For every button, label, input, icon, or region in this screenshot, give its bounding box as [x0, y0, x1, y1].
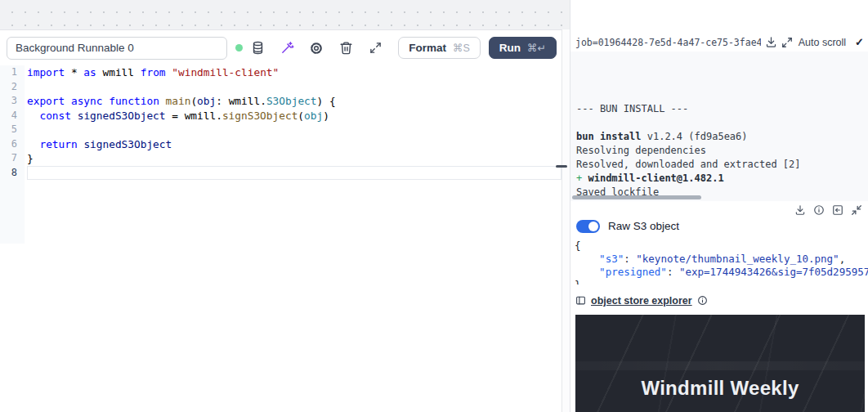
- format-button[interactable]: Format ⌘S: [398, 37, 481, 59]
- result-toolbar: [570, 201, 868, 216]
- trash-icon[interactable]: [331, 37, 360, 60]
- raw-s3-toggle-row: Raw S3 object: [570, 216, 868, 233]
- run-button[interactable]: Run ⌘↵: [489, 37, 557, 59]
- line-number: 7: [0, 151, 25, 166]
- log-line: [576, 116, 861, 130]
- info-icon[interactable]: [813, 204, 825, 216]
- line-number: 2: [0, 80, 25, 95]
- maximize-logs-icon[interactable]: [781, 37, 793, 48]
- log-line: + windmill-client@1.482.1: [576, 172, 861, 186]
- download-logs-icon[interactable]: [765, 36, 777, 48]
- panel-gap: [562, 29, 570, 412]
- line-number: 6: [0, 137, 25, 152]
- code-line: [27, 123, 562, 137]
- format-label: Format: [409, 42, 446, 54]
- job-output-panel: job=01964428-7e5d-4a47-ce75-3fae4 Auto s…: [570, 0, 868, 412]
- expand-icon[interactable]: [360, 37, 390, 60]
- editor-toolbar: Format ⌘S Run ⌘↵: [0, 30, 562, 65]
- inline-script-editor: Format ⌘S Run ⌘↵ 12345678 import * as wm…: [0, 29, 562, 412]
- script-name-input[interactable]: [7, 37, 227, 60]
- code-line: import * as wmill from "windmill-client": [27, 65, 562, 80]
- result-json: { "s3": "keynote/thumbnail_weekly_10.png…: [570, 233, 868, 284]
- log-line: bun install v1.2.4 (fd9a5ea6): [576, 130, 861, 144]
- run-shortcut: ⌘↵: [527, 42, 546, 54]
- log-line: Resolving dependencies: [576, 144, 861, 158]
- autoscroll-check-icon[interactable]: ✓: [855, 36, 864, 48]
- open-drawer-icon[interactable]: [832, 204, 843, 216]
- download-result-icon[interactable]: [794, 204, 806, 216]
- autoscroll-label: Auto scroll: [799, 37, 846, 48]
- line-number: 4: [0, 109, 25, 123]
- code-lines: import * as wmill from "windmill-client"…: [25, 65, 562, 244]
- log-line: 1 package installed [91.00ms]: [576, 199, 861, 201]
- code-line: }: [27, 151, 562, 166]
- sidebar-panel-icon: [575, 295, 586, 306]
- code-line: [27, 166, 562, 181]
- raw-s3-toggle[interactable]: [576, 220, 600, 233]
- job-header: job=01964428-7e5d-4a47-ce75-3fae4 Auto s…: [570, 36, 868, 48]
- panel-resize-handle[interactable]: [556, 165, 567, 168]
- code-line: const signedS3Object = wmill.signS3Objec…: [27, 109, 562, 123]
- preview-title: Windmill Weekly: [575, 377, 865, 400]
- code-editor[interactable]: 12345678 import * as wmill from "windmil…: [0, 65, 562, 244]
- line-number: 3: [0, 94, 25, 109]
- raw-s3-toggle-label: Raw S3 object: [608, 220, 679, 232]
- line-number-gutter: 12345678: [0, 65, 25, 244]
- run-label: Run: [499, 42, 521, 54]
- json-line: "s3": "keynote/thumbnail_weekly_10.png",: [575, 253, 868, 266]
- status-dot-icon: [235, 44, 243, 52]
- database-icon[interactable]: [243, 37, 272, 60]
- explorer-info-icon[interactable]: [697, 295, 708, 306]
- job-logs: --- BUN INSTALL --- bun install v1.2.4 (…: [570, 52, 868, 201]
- line-number: 8: [0, 166, 25, 181]
- line-number: 5: [0, 123, 25, 137]
- preview-faint-text-band: [575, 361, 865, 370]
- windmill-app-editor: Format ⌘S Run ⌘↵ 12345678 import * as wm…: [0, 0, 868, 412]
- collapse-icon[interactable]: [851, 204, 862, 216]
- log-line: --- BUN INSTALL ---: [576, 102, 861, 116]
- log-horizontal-scrollbar[interactable]: [572, 195, 701, 199]
- result-image-preview: Windmill Weekly: [575, 315, 865, 412]
- json-line: "presigned": "exp=1744943426&sig=7f05d29…: [575, 266, 868, 279]
- code-line: export async function main(obj: wmill.S3…: [27, 94, 562, 109]
- format-shortcut: ⌘S: [453, 42, 470, 54]
- json-line: {: [575, 240, 868, 253]
- line-number: 1: [0, 65, 25, 80]
- ai-wand-icon[interactable]: [272, 37, 302, 60]
- object-store-explorer-row: object store explorer: [570, 284, 868, 307]
- code-line: return signedS3Object: [27, 137, 562, 152]
- object-store-explorer-link[interactable]: object store explorer: [591, 295, 692, 307]
- settings-gear-icon[interactable]: [302, 37, 331, 60]
- job-id-label: job=01964428-7e5d-4a47-ce75-3fae4: [575, 37, 761, 48]
- log-line: Resolved, downloaded and extracted [2]: [576, 158, 861, 172]
- app-canvas: Format ⌘S Run ⌘↵ 12345678 import * as wm…: [0, 0, 570, 412]
- code-line: [27, 80, 562, 95]
